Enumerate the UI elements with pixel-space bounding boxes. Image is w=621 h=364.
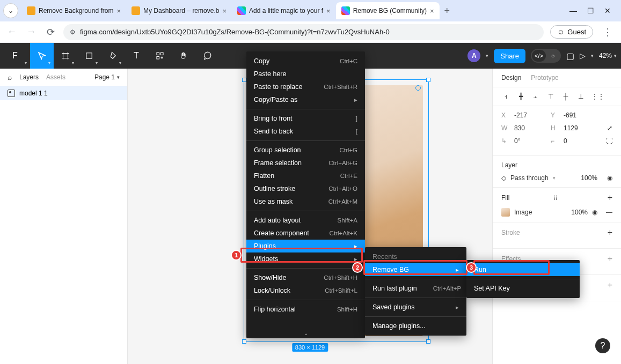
layers-tab[interactable]: Layers: [19, 73, 39, 81]
close-icon[interactable]: ×: [326, 7, 331, 15]
profile-chip[interactable]: ☺ Guest: [550, 25, 593, 39]
new-tab-button[interactable]: +: [440, 5, 455, 17]
close-icon[interactable]: ×: [222, 7, 227, 15]
resize-handle-br[interactable]: [426, 339, 430, 344]
minimize-icon[interactable]: —: [569, 6, 577, 15]
browser-tab-2[interactable]: Add a little magic to your f ×: [232, 2, 336, 19]
ctx-widgets[interactable]: Widgets▸: [246, 252, 365, 265]
shape-tool[interactable]: ▾: [77, 43, 101, 69]
search-icon[interactable]: ⌕: [8, 73, 12, 81]
close-icon[interactable]: ×: [430, 7, 434, 15]
ctx-group[interactable]: Group selectionCtrl+G: [246, 144, 365, 157]
removebg-set-api-key[interactable]: Set API Key: [466, 282, 580, 295]
ctx-bring-front[interactable]: Bring to front]: [246, 112, 365, 125]
maximize-icon[interactable]: ☐: [587, 6, 594, 15]
remove-fill-icon[interactable]: —: [606, 209, 612, 216]
pen-tool[interactable]: ▾: [101, 43, 125, 69]
comment-tool[interactable]: [195, 43, 219, 69]
page-selector[interactable]: Page 1▾: [94, 73, 120, 81]
frame-tool[interactable]: ▾: [54, 43, 77, 69]
align-hcenter-icon[interactable]: ╋: [516, 93, 525, 100]
text-tool[interactable]: T: [125, 43, 148, 69]
add-export-button[interactable]: +: [608, 280, 612, 290]
ctx-create-component[interactable]: Create componentCtrl+Alt+K: [246, 227, 365, 240]
tabs-dropdown[interactable]: ⌄: [3, 3, 18, 18]
reload-button[interactable]: ⟳: [44, 26, 57, 38]
blend-mode-select[interactable]: Pass through: [510, 174, 549, 182]
hand-tool[interactable]: [172, 43, 195, 69]
ctx-paste-here[interactable]: Paste here: [246, 68, 365, 80]
browser-tab-3[interactable]: Remove BG (Community) ×: [336, 2, 440, 19]
present-button[interactable]: ▷: [580, 51, 586, 60]
ctx-frame[interactable]: Frame selectionCtrl+Alt+G: [246, 157, 365, 169]
resize-handle-tl[interactable]: [242, 78, 246, 82]
visibility-icon[interactable]: ◉: [607, 174, 612, 182]
browser-tab-0[interactable]: Remove Background from ×: [21, 2, 126, 19]
present-chevron-icon[interactable]: ▾: [591, 53, 594, 58]
align-right-icon[interactable]: ⫠: [531, 93, 540, 100]
fill-visibility-icon[interactable]: ◉: [592, 209, 597, 216]
align-left-icon[interactable]: ⫞: [501, 93, 510, 100]
plugin-remove-bg[interactable]: Remove BG▸: [365, 263, 466, 276]
close-icon[interactable]: ×: [116, 7, 121, 15]
forward-button[interactable]: →: [25, 26, 38, 38]
close-window-icon[interactable]: ✕: [604, 6, 611, 15]
h-input[interactable]: 1129: [564, 124, 595, 132]
plugin-run-last[interactable]: Run last pluginCtrl+Alt+P: [365, 282, 466, 295]
ctx-paste-replace[interactable]: Paste to replaceCtrl+Shift+R: [246, 80, 365, 93]
move-tool[interactable]: ▾: [30, 43, 54, 69]
ctx-copy-paste-as[interactable]: Copy/Paste as▸: [246, 93, 365, 106]
ctx-flatten[interactable]: FlattenCtrl+E: [246, 169, 365, 182]
ctx-outline-stroke[interactable]: Outline strokeCtrl+Alt+O: [246, 182, 365, 195]
resources-tool[interactable]: [148, 43, 172, 69]
prototype-tab[interactable]: Prototype: [531, 74, 558, 81]
layer-row-selected[interactable]: model 1 1: [0, 86, 127, 100]
rotation-input[interactable]: 0°: [514, 137, 545, 145]
add-fill-button[interactable]: +: [608, 193, 612, 203]
zoom-control[interactable]: 42%▾: [599, 52, 617, 60]
opacity-input[interactable]: 100%: [581, 174, 597, 182]
radius-input[interactable]: 0: [564, 137, 595, 145]
ctx-plugins[interactable]: Plugins▸: [246, 240, 365, 252]
ctx-flip-h[interactable]: Flip horizontalShift+H: [246, 303, 365, 316]
align-vcenter-icon[interactable]: ┼: [561, 93, 570, 100]
rotation-handle-icon[interactable]: [415, 85, 421, 91]
ctx-auto-layout[interactable]: Add auto layoutShift+A: [246, 214, 365, 227]
plugin-saved[interactable]: Saved plugins▸: [365, 301, 466, 314]
user-avatar[interactable]: A: [467, 49, 480, 62]
y-input[interactable]: -691: [564, 112, 595, 119]
url-field[interactable]: ⚙ figma.com/design/Uxtb5UYo9GQ2DI37u10gZ…: [63, 24, 544, 40]
avatar-chevron-icon[interactable]: ▾: [486, 53, 488, 58]
ctx-copy[interactable]: CopyCtrl+C: [246, 55, 365, 68]
help-button[interactable]: ?: [595, 338, 610, 353]
distribute-icon[interactable]: ⋮⋮: [591, 93, 600, 100]
library-icon[interactable]: ▢: [566, 51, 574, 61]
resize-handle-bl[interactable]: [242, 339, 246, 344]
ctx-more-icon[interactable]: ⌄: [304, 330, 308, 336]
fill-options-icon[interactable]: ⁞⁞: [553, 194, 558, 202]
x-input[interactable]: -217: [514, 112, 545, 119]
add-effect-button[interactable]: +: [608, 254, 612, 264]
figma-menu-button[interactable]: F▾: [4, 43, 30, 69]
browser-menu-button[interactable]: ⋮: [600, 26, 616, 38]
removebg-run[interactable]: Run: [466, 263, 580, 276]
align-bottom-icon[interactable]: ⊥: [576, 93, 585, 100]
design-tab[interactable]: Design: [501, 74, 521, 81]
plugin-manage[interactable]: Manage plugins...: [365, 320, 466, 332]
w-input[interactable]: 830: [514, 124, 545, 132]
ctx-lock-unlock[interactable]: Lock/UnlockCtrl+Shift+L: [246, 284, 365, 297]
ctx-send-back[interactable]: Send to back[: [246, 125, 365, 138]
assets-tab[interactable]: Assets: [46, 73, 65, 81]
dev-mode-toggle[interactable]: </> ○: [531, 49, 561, 63]
constrain-proportions-icon[interactable]: ⤢: [607, 124, 612, 132]
independent-corners-icon[interactable]: ⛶: [606, 137, 612, 145]
ctx-use-mask[interactable]: Use as maskCtrl+Alt+M: [246, 195, 365, 208]
fill-swatch[interactable]: [501, 208, 510, 217]
ctx-show-hide[interactable]: Show/HideCtrl+Shift+H: [246, 271, 365, 284]
fill-opacity[interactable]: 100%: [571, 209, 588, 216]
fill-type[interactable]: Image: [514, 209, 532, 216]
share-button[interactable]: Share: [494, 49, 525, 63]
add-stroke-button[interactable]: +: [608, 228, 612, 237]
site-settings-icon[interactable]: ⚙: [70, 28, 76, 36]
browser-tab-1[interactable]: My Dashboard – remove.b ×: [126, 2, 232, 19]
